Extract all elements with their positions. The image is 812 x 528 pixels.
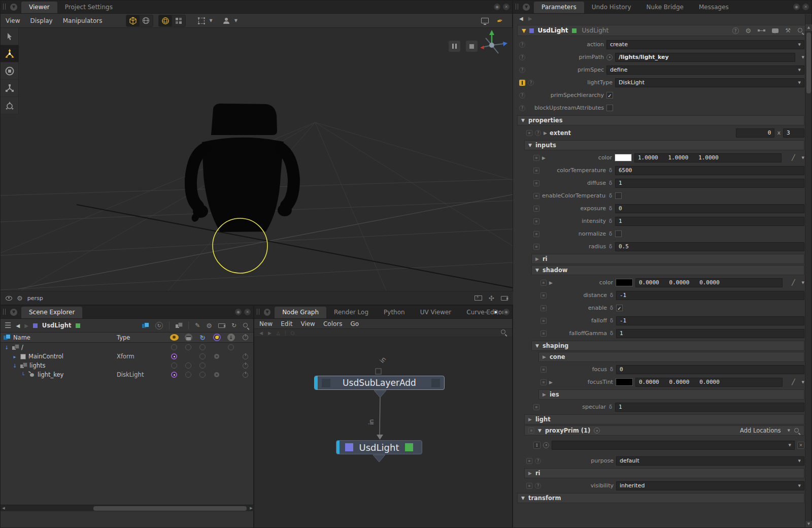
state-ring-icon[interactable] — [171, 344, 177, 350]
menu-view[interactable]: View — [6, 17, 20, 24]
power-state-icon[interactable] — [243, 372, 248, 378]
state-ring-icon[interactable] — [199, 344, 206, 350]
layers-stack-icon[interactable]: ☰ — [5, 321, 11, 330]
enable-checkbox[interactable] — [616, 305, 623, 311]
color-rgb-field[interactable]: 1.0000 1.0000 1.0000 — [634, 153, 782, 162]
expand-triangle-icon[interactable]: ▶ — [549, 380, 553, 385]
frame-icon[interactable]: ⬡ — [291, 331, 295, 336]
group-header-ri[interactable]: ▶ri — [531, 254, 804, 264]
scrollbar-handle[interactable] — [806, 32, 811, 93]
scroll-down-icon[interactable]: ▼ — [805, 521, 812, 527]
visible-eye-icon[interactable] — [171, 372, 177, 378]
marquee-select-icon[interactable] — [195, 15, 208, 26]
proxy-state-icon[interactable] — [214, 372, 219, 377]
forward-arrow-icon[interactable]: ▶ — [528, 16, 532, 21]
proxy-state-icon[interactable] — [214, 354, 219, 359]
group-header-cone[interactable]: ▶cone — [538, 352, 804, 362]
tiles-icon[interactable] — [172, 15, 185, 26]
extent-count-field[interactable]: 0 — [736, 128, 774, 138]
default-state-icon[interactable] — [533, 168, 539, 174]
distance-field[interactable]: -1 — [616, 291, 804, 300]
column-type[interactable]: Type — [117, 334, 167, 341]
wire-sphere-icon[interactable] — [159, 15, 172, 26]
state-badge-icon[interactable]: ? — [519, 92, 525, 98]
camera-settings-icon[interactable]: ⚙ — [17, 294, 23, 302]
tree-expander-icon[interactable]: ▸ — [12, 354, 18, 359]
collapse-triangle-icon[interactable]: ▼ — [528, 143, 532, 148]
parameters-tab-undo-history[interactable]: Undo History — [584, 2, 639, 13]
parameters-tab-nuke-bridge[interactable]: Nuke Bridge — [639, 2, 691, 13]
annotation-pen-icon[interactable]: ✒ — [496, 16, 503, 25]
parameters-tab-messages[interactable]: Messages — [691, 2, 736, 13]
node-name-label[interactable]: UsdLight — [582, 27, 609, 34]
node-edit-flag[interactable] — [336, 441, 340, 454]
power-state-icon[interactable] — [243, 354, 248, 359]
explorer-hscrollbar[interactable]: ◀ ▶ — [1, 505, 254, 511]
back-arrow-icon[interactable]: ◀ — [16, 323, 20, 328]
focus-field[interactable]: 0 — [616, 365, 804, 374]
node-color-flag-left[interactable] — [529, 28, 534, 33]
default-state-icon[interactable] — [540, 367, 547, 373]
focustint-rgb-field[interactable]: 0.0000 0.0000 0.0000 — [635, 378, 783, 387]
pin-column-icon[interactable] — [213, 334, 221, 341]
tree-row-lights[interactable]: ↓ lights — [1, 361, 253, 370]
edit-pencil-icon[interactable]: ✎ — [195, 322, 200, 329]
node-edit-flag[interactable] — [315, 376, 318, 389]
extent-size-field[interactable]: 3 — [783, 128, 804, 138]
node-view-flag-purple[interactable] — [345, 443, 353, 451]
add-locations-button[interactable]: Add Locations — [740, 427, 781, 434]
viewport-3d[interactable] — [1, 28, 513, 291]
panel-grip[interactable] — [257, 309, 259, 315]
render-snapshot-icon[interactable] — [475, 295, 482, 301]
node-flag-slot-left[interactable] — [322, 379, 330, 387]
default-state-icon[interactable] — [533, 244, 539, 250]
panel-menu-icon[interactable]: ▼ — [10, 309, 17, 316]
node-usdlight[interactable]: UsdLight — [336, 440, 422, 454]
camera-name-label[interactable]: persp — [27, 295, 43, 302]
state-ring-icon[interactable] — [185, 362, 191, 369]
location-name[interactable]: light_key — [38, 371, 63, 378]
menu-edit[interactable]: Edit — [281, 320, 292, 327]
group-header-ri[interactable]: ▶ri — [524, 468, 804, 478]
chevron-down-icon[interactable]: ▼ — [210, 18, 213, 23]
expand-triangle-icon[interactable]: ▶ — [528, 417, 532, 422]
primspec-dropdown[interactable]: define▼ — [606, 65, 804, 75]
tab-scroll-right-icon[interactable]: ▶ — [493, 309, 499, 315]
action-dropdown[interactable]: create▼ — [606, 40, 804, 49]
visibility-dropdown[interactable]: inherited▼ — [616, 481, 804, 490]
default-state-icon[interactable] — [540, 280, 547, 286]
scale-tool[interactable] — [1, 80, 19, 97]
tree-expander-icon[interactable]: ↓ — [12, 363, 18, 369]
collapse-triangle-icon[interactable]: ▼ — [535, 343, 539, 348]
collapse-triangle-icon[interactable]: ▼ — [521, 118, 525, 123]
scenegraph-pick-icon[interactable] — [594, 427, 600, 434]
panel-close-icon[interactable]: ✕ — [802, 4, 809, 10]
default-state-icon[interactable] — [540, 292, 547, 299]
panel-menu-icon[interactable]: ▼ — [264, 309, 270, 316]
state-ring-icon[interactable] — [228, 344, 234, 350]
eyedropper-icon[interactable]: ╱ — [792, 279, 795, 286]
default-state-icon[interactable] — [528, 427, 534, 434]
node-flag-slot-right[interactable] — [431, 379, 440, 387]
panel-menu-icon[interactable]: ▼ — [523, 4, 530, 11]
state-badge-icon[interactable]: ? — [535, 130, 541, 136]
bounding-box-icon[interactable] — [176, 322, 182, 328]
back-arrow-icon[interactable]: ◀ — [519, 16, 523, 21]
chevron-down-icon[interactable]: ▼ — [799, 281, 804, 285]
panel-grip[interactable] — [3, 309, 6, 315]
default-state-icon[interactable] — [533, 218, 539, 224]
monitor-icon[interactable] — [481, 18, 489, 23]
expand-triangle-icon[interactable]: ▶ — [544, 130, 547, 136]
panel-maximize-icon[interactable]: ◉ — [503, 309, 510, 315]
default-state-icon[interactable] — [540, 331, 547, 337]
rotate-tool[interactable] — [1, 62, 19, 80]
node-render-flag-green[interactable] — [405, 443, 413, 451]
default-state-icon[interactable] — [533, 180, 539, 186]
look-through-icon[interactable] — [6, 296, 12, 301]
scenegraph-pick-icon[interactable] — [543, 442, 549, 448]
tree-row-light-key[interactable]: └ light_key DiskLight — [1, 370, 253, 379]
default-state-icon[interactable] — [533, 404, 539, 410]
camera-icon[interactable] — [501, 296, 508, 301]
menu-display[interactable]: Display — [30, 17, 52, 24]
default-state-icon[interactable] — [526, 483, 532, 489]
